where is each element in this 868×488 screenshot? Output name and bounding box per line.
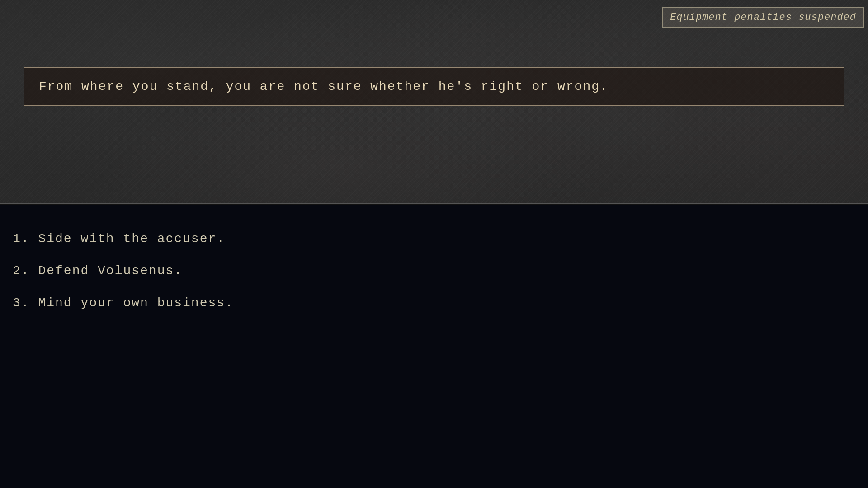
equipment-notice: Equipment penalties suspended [662, 7, 864, 28]
choice-2-text: Defend Volusenus. [38, 264, 183, 278]
choice-1-text: Side with the accuser. [38, 232, 225, 246]
choice-2[interactable]: 2. Defend Volusenus. [9, 255, 859, 287]
equipment-notice-text: Equipment penalties suspended [670, 12, 856, 23]
narrative-panel: Equipment penalties suspended From where… [0, 0, 868, 203]
choice-1[interactable]: 1. Side with the accuser. [9, 223, 859, 255]
choice-3[interactable]: 3. Mind your own business. [9, 287, 859, 319]
choices-panel: 1. Side with the accuser. 2. Defend Volu… [0, 205, 868, 488]
choice-3-number: 3. [13, 296, 38, 310]
choice-2-number: 2. [13, 264, 38, 278]
narrative-text: From where you stand, you are not sure w… [39, 80, 609, 94]
game-screen: Equipment penalties suspended From where… [0, 0, 868, 488]
narrative-box: From where you stand, you are not sure w… [24, 67, 844, 106]
choice-1-number: 1. [13, 232, 38, 246]
choice-3-text: Mind your own business. [38, 296, 233, 310]
